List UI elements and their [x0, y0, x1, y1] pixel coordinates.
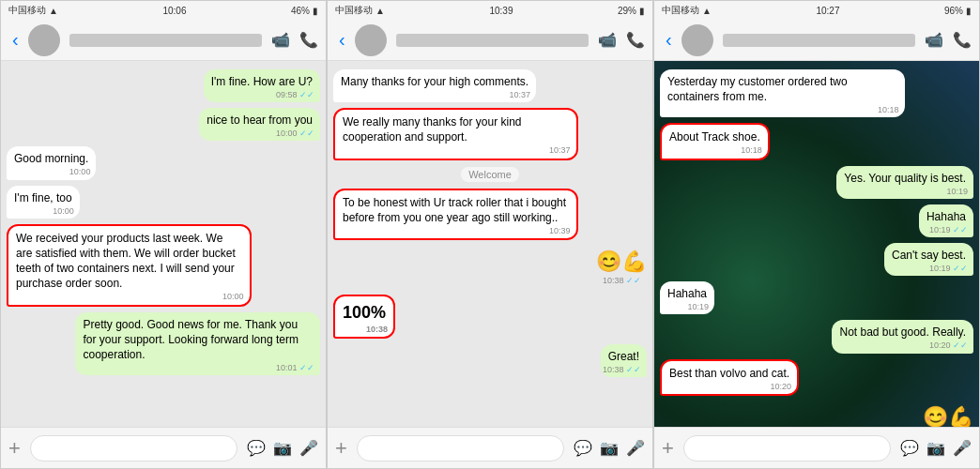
video-call-icon[interactable]: 📹 — [925, 31, 943, 49]
chat-area: I'm fine. How are U?09:58nice to hear fr… — [1, 61, 326, 427]
message-time: 10:38 — [366, 324, 388, 335]
message-text: 😊💪 — [596, 250, 647, 273]
message-row: I'm fine, too10:00 — [7, 186, 320, 219]
sent-bubble: Can't say best.10:19 — [884, 243, 973, 276]
chat-bubble-icon[interactable]: 💬 — [247, 439, 266, 457]
message-text: Good morning. — [14, 152, 88, 165]
back-button[interactable]: ‹ — [8, 29, 23, 51]
message-row: Not bad but good. Really.10:20 — [660, 320, 973, 353]
battery-label: 29% — [618, 6, 636, 16]
microphone-icon[interactable]: 🎤 — [299, 439, 318, 457]
message-input[interactable] — [357, 435, 564, 461]
bottom-bar: + 💬 📷 🎤 — [328, 427, 652, 468]
sent-bubble: Great!10:38 — [601, 344, 647, 377]
message-row: Hahaha10:19 — [660, 281, 973, 314]
message-text: We received your products last week. We … — [16, 232, 236, 291]
nav-bar: ‹ 📹 📞 — [328, 20, 652, 61]
add-button[interactable]: + — [335, 436, 347, 461]
message-text: Hahaha — [926, 210, 966, 223]
camera-icon[interactable]: 📷 — [600, 439, 619, 457]
microphone-icon[interactable]: 🎤 — [953, 439, 972, 457]
message-time: 10:19 — [946, 186, 968, 197]
carrier-label: 中国移动 — [662, 4, 699, 17]
message-text: Can't say best. — [892, 249, 966, 262]
message-time: 10:20 — [929, 340, 968, 351]
message-time: 10:01 — [276, 362, 314, 373]
received-bubble: Best than volvo and cat.10:20 — [660, 359, 799, 396]
sent-bubble: Pretty good. Good news for me. Thank you… — [75, 312, 320, 376]
message-text: About Track shoe. — [669, 130, 760, 144]
message-time: 10:00 — [53, 205, 74, 217]
battery-icon: ▮ — [639, 6, 645, 16]
status-left: 中国移动 ▲ — [662, 4, 712, 17]
chat-area: Many thanks for your high comments.10:37… — [328, 61, 652, 427]
message-text: I'm fine. How are U? — [211, 75, 313, 88]
received-bubble: Good morning.10:00 — [7, 146, 96, 179]
message-row: Best than volvo and cat.10:20 — [660, 359, 973, 396]
sent-bubble: I'm fine. How are U?09:58 — [204, 69, 320, 102]
message-text: Yesterday my customer ordered two contai… — [667, 75, 848, 103]
message-time: 10:00 — [69, 166, 91, 177]
camera-icon[interactable]: 📷 — [926, 439, 945, 457]
message-input[interactable] — [683, 435, 891, 461]
sent-bubble: 😊💪10:20 — [923, 401, 973, 427]
message-row: Great!10:38 — [333, 344, 647, 377]
back-button[interactable]: ‹ — [335, 29, 349, 51]
add-button[interactable]: + — [8, 436, 21, 461]
received-bubble: 100%10:38 — [333, 295, 395, 339]
message-time: 10:37 — [510, 89, 531, 100]
status-left: 中国移动 ▲ — [335, 4, 385, 17]
message-time: 10:20 — [771, 381, 792, 392]
carrier-label: 中国移动 — [8, 4, 46, 17]
wifi-icon: ▲ — [375, 6, 385, 16]
status-right: 96% ▮ — [944, 6, 972, 16]
sent-bubble: Not bad but good. Really.10:20 — [832, 320, 973, 353]
phone-panel-panel2: 中国移动 ▲ 10:39 29% ▮ ‹ 📹 📞 Many thanks for… — [327, 0, 653, 469]
video-call-icon[interactable]: 📹 — [271, 31, 290, 49]
message-time: 10:19 — [929, 224, 968, 235]
voice-call-icon[interactable]: 📞 — [626, 31, 645, 49]
wifi-icon: ▲ — [702, 6, 712, 16]
add-button[interactable]: + — [662, 436, 674, 461]
message-text: Great! — [608, 350, 639, 363]
message-row: 😊💪10:38 — [333, 246, 647, 289]
received-bubble: I'm fine, too10:00 — [7, 186, 80, 219]
message-row: Hahaha10:19 — [660, 204, 973, 237]
voice-call-icon[interactable]: 📞 — [953, 31, 972, 49]
microphone-icon[interactable]: 🎤 — [626, 439, 645, 457]
message-time: 10:00 — [222, 291, 244, 302]
nav-icons: 📹 📞 — [271, 31, 318, 49]
camera-icon[interactable]: 📷 — [273, 439, 292, 457]
contact-name — [396, 34, 589, 47]
status-time: 10:39 — [489, 6, 513, 16]
system-message: Welcome — [461, 167, 519, 182]
avatar — [681, 24, 713, 56]
message-row: Yes. Your quality is best.10:19 — [660, 166, 973, 199]
received-bubble: To be honest with Ur track roller that i… — [333, 189, 578, 240]
status-right: 29% ▮ — [618, 6, 645, 16]
back-button[interactable]: ‹ — [662, 29, 676, 51]
contact-name — [69, 34, 262, 47]
chat-bubble-icon[interactable]: 💬 — [900, 439, 919, 457]
received-bubble: Hahaha10:19 — [660, 281, 714, 314]
message-text: Best than volvo and cat. — [669, 367, 789, 380]
message-time: 10:00 — [276, 128, 314, 139]
message-row: To be honest with Ur track roller that i… — [333, 189, 647, 240]
received-bubble: We received your products last week. We … — [7, 224, 252, 307]
message-row: Many thanks for your high comments.10:37 — [333, 69, 647, 102]
bottom-bar: + 💬 📷 🎤 — [1, 427, 326, 468]
voice-call-icon[interactable]: 📞 — [299, 31, 318, 49]
video-call-icon[interactable]: 📹 — [598, 31, 617, 49]
chat-area: Yesterday my customer ordered two contai… — [654, 61, 979, 427]
nav-icons: 📹 📞 — [598, 31, 645, 49]
message-row: nice to hear from you10:00 — [7, 108, 320, 141]
message-text: Hahaha — [667, 287, 707, 300]
avatar — [355, 24, 387, 56]
message-input[interactable] — [30, 435, 237, 461]
status-time: 10:06 — [162, 6, 186, 16]
message-time: 10:19 — [929, 263, 968, 274]
message-text: Pretty good. Good news for me. Thank you… — [83, 318, 298, 361]
chat-bubble-icon[interactable]: 💬 — [574, 439, 592, 457]
message-row: I'm fine. How are U?09:58 — [7, 69, 320, 102]
carrier-label: 中国移动 — [335, 4, 373, 17]
